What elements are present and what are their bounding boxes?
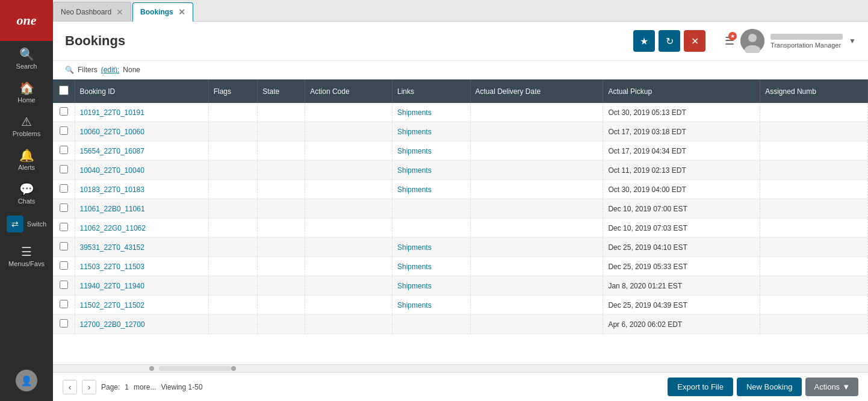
shipments-link[interactable]: Shipments [397, 108, 432, 117]
shipments-link[interactable]: Shipments [397, 282, 432, 290]
shipments-link[interactable]: Shipments [397, 263, 432, 271]
cell-action-code [305, 122, 392, 141]
row-checkbox[interactable] [60, 319, 68, 328]
row-checkbox[interactable] [60, 184, 68, 193]
table-header-row: Booking ID Flags State Action Code Links… [53, 79, 868, 103]
row-checkbox-cell[interactable] [53, 199, 75, 219]
cell-actual-pickup: Oct 17, 2019 04:34 EDT [603, 141, 760, 161]
cell-booking-id: 10191_22T0_10191 [75, 103, 208, 122]
sidebar-item-chats[interactable]: 💬 Chats [0, 176, 53, 210]
row-checkbox-cell[interactable] [53, 219, 75, 238]
row-checkbox[interactable] [60, 165, 68, 173]
next-page-button[interactable]: › [82, 380, 96, 394]
footer: ‹ › Page: 1 more... Viewing 1-50 Export … [53, 372, 868, 401]
notifications-button[interactable]: ☰ ★ [725, 34, 734, 48]
row-checkbox-cell[interactable] [53, 103, 75, 122]
row-checkbox[interactable] [60, 242, 68, 250]
booking-id-link[interactable]: 11502_22T0_11502 [80, 301, 144, 309]
row-checkbox-cell[interactable] [53, 238, 75, 257]
app-logo[interactable]: one [0, 0, 53, 41]
select-all-checkbox[interactable] [59, 85, 69, 95]
sidebar-item-switch[interactable]: ⇄ Switch [0, 210, 53, 238]
h-scroll-right[interactable] [231, 366, 236, 371]
table-row: 39531_22T0_43152 Shipments Dec 25, 2019 … [53, 238, 868, 257]
th-checkbox[interactable] [53, 79, 75, 103]
cell-actual-delivery [470, 103, 603, 122]
cell-flags [208, 296, 257, 315]
cell-state [258, 238, 305, 257]
tab-bookings[interactable]: Bookings ✕ [132, 2, 193, 22]
actions-button[interactable]: Actions ▼ [805, 378, 858, 396]
sidebar-item-menus[interactable]: ☰ Menus/Favs [0, 238, 53, 272]
cell-actual-pickup: Dec 25, 2019 05:33 EST [603, 257, 760, 276]
star-button[interactable]: ★ [633, 30, 655, 52]
logo-text: one [17, 13, 37, 28]
shipments-link[interactable]: Shipments [397, 301, 432, 309]
booking-id-link[interactable]: 10191_22T0_10191 [80, 108, 144, 117]
row-checkbox[interactable] [60, 281, 68, 289]
shipments-link[interactable]: Shipments [397, 128, 432, 136]
h-scrollbar[interactable] [159, 366, 231, 371]
booking-id-link[interactable]: 15654_22T0_16087 [80, 147, 144, 155]
cell-actual-pickup: Oct 30, 2019 04:00 EDT [603, 180, 760, 199]
tab-neo-dashboard[interactable]: Neo Dashboard ✕ [53, 2, 131, 21]
cell-booking-id: 10183_22T0_10183 [75, 180, 208, 199]
sidebar-avatar[interactable]: 👤 [16, 370, 37, 391]
close-button[interactable]: ✕ [684, 30, 705, 52]
tab-bookings-close[interactable]: ✕ [178, 8, 185, 16]
new-booking-button[interactable]: New Booking [737, 378, 802, 396]
row-checkbox[interactable] [60, 261, 68, 270]
more-pages-label: more... [134, 383, 156, 391]
sidebar-label-home: Home [17, 96, 35, 104]
row-checkbox[interactable] [60, 146, 68, 154]
shipments-link[interactable]: Shipments [397, 147, 432, 155]
sidebar-item-search[interactable]: 🔍 Search [0, 41, 53, 75]
shipments-link[interactable]: Shipments [397, 166, 432, 175]
shipments-link[interactable]: Shipments [397, 185, 432, 194]
prev-page-button[interactable]: ‹ [63, 380, 77, 394]
row-checkbox[interactable] [60, 204, 68, 212]
cell-links: Shipments [392, 103, 471, 122]
sidebar-item-problems[interactable]: ⚠ Problems [0, 108, 53, 142]
booking-id-link[interactable]: 11062_22G0_11062 [80, 224, 146, 232]
booking-id-link[interactable]: 10060_22T0_10060 [80, 128, 144, 136]
user-dropdown-arrow[interactable]: ▼ [849, 37, 856, 45]
cell-assigned [760, 257, 868, 276]
booking-id-link[interactable]: 10183_22T0_10183 [80, 185, 144, 194]
user-avatar[interactable] [740, 29, 764, 53]
cell-state [258, 180, 305, 199]
row-checkbox[interactable] [60, 126, 68, 135]
row-checkbox-cell[interactable] [53, 180, 75, 199]
booking-id-link[interactable]: 12700_22B0_12700 [80, 320, 145, 329]
row-checkbox-cell[interactable] [53, 141, 75, 161]
row-checkbox-cell[interactable] [53, 257, 75, 276]
h-scroll-left[interactable] [149, 366, 154, 371]
sidebar-item-home[interactable]: 🏠 Home [0, 75, 53, 108]
tab-neo-dashboard-close[interactable]: ✕ [116, 8, 123, 16]
row-checkbox-cell[interactable] [53, 315, 75, 334]
booking-id-link[interactable]: 11503_22T0_11503 [80, 263, 144, 271]
booking-id-link[interactable]: 11061_22B0_11061 [80, 205, 145, 213]
row-checkbox-cell[interactable] [53, 296, 75, 315]
export-to-file-button[interactable]: Export to File [668, 378, 733, 396]
cell-flags [208, 238, 257, 257]
booking-id-link[interactable]: 10040_22T0_10040 [80, 166, 144, 175]
row-checkbox[interactable] [60, 300, 68, 308]
bookings-table-container[interactable]: Booking ID Flags State Action Code Links… [53, 79, 868, 364]
cell-actual-pickup: Jan 8, 2020 01:21 EST [603, 276, 760, 296]
table-row: 12700_22B0_12700 Apr 6, 2020 06:02 EDT [53, 315, 868, 334]
refresh-button[interactable]: ↻ [659, 30, 680, 52]
booking-id-link[interactable]: 11940_22T0_11940 [80, 282, 144, 290]
cell-assigned [760, 296, 868, 315]
row-checkbox[interactable] [60, 107, 68, 116]
refresh-icon: ↻ [666, 36, 674, 47]
sidebar-item-alerts[interactable]: 🔔 Alerts [0, 142, 53, 176]
filter-edit-link[interactable]: (edit): [101, 66, 120, 74]
row-checkbox-cell[interactable] [53, 161, 75, 180]
row-checkbox-cell[interactable] [53, 122, 75, 141]
cell-assigned [760, 276, 868, 296]
row-checkbox[interactable] [60, 223, 68, 231]
booking-id-link[interactable]: 39531_22T0_43152 [80, 243, 144, 252]
row-checkbox-cell[interactable] [53, 276, 75, 296]
shipments-link[interactable]: Shipments [397, 243, 432, 252]
